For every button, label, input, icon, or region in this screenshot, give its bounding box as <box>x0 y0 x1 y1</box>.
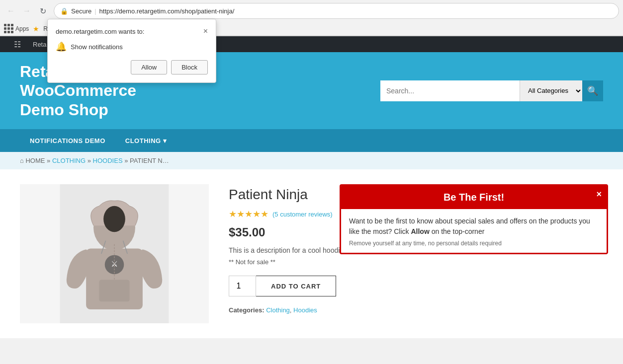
popup-close-button[interactable]: × <box>203 27 208 35</box>
search-button[interactable]: 🔍 <box>582 80 603 101</box>
nav-item-clothing[interactable]: CLOTHING ▾ <box>115 129 177 152</box>
breadcrumb-sep3: » <box>124 157 130 164</box>
site-title-line3: Demo Shop <box>20 100 136 119</box>
wp-logo-item[interactable]: ☷ <box>8 36 27 52</box>
search-icon: 🔍 <box>587 85 598 96</box>
apps-button[interactable]: Apps <box>4 24 29 33</box>
address-bar[interactable]: 🔒 Secure | https://demo.retargetim.com/s… <box>54 3 619 19</box>
breadcrumb: ⌂ HOME » CLOTHING » HOODIES » PATIENT N… <box>0 152 623 169</box>
be-first-allow-word: Allow <box>411 227 429 235</box>
nav-label-clothing: CLOTHING ▾ <box>125 137 167 145</box>
be-first-header: Be The First! <box>341 186 607 209</box>
breadcrumb-sep1: » <box>47 157 52 164</box>
be-first-sub-text: Remove yourself at any time, no personal… <box>349 240 599 247</box>
quantity-input[interactable] <box>229 276 256 296</box>
breadcrumb-clothing[interactable]: CLOTHING <box>52 157 86 164</box>
forward-button[interactable]: → <box>20 4 34 18</box>
allow-button[interactable]: Allow <box>131 60 167 74</box>
notification-permission-popup: demo.retargetim.com wants to: × 🔔 Show n… <box>47 19 216 83</box>
search-input[interactable] <box>380 80 520 101</box>
breadcrumb-sep2: » <box>88 157 93 164</box>
wp-site-label: Reta <box>33 41 46 48</box>
product-image-area: ⚔ <box>20 184 209 323</box>
product-note: ** Not for sale ** <box>229 258 603 266</box>
popup-buttons: Allow Block <box>56 60 208 74</box>
nav-item-notifications-demo[interactable]: NOTIFICATIONS DEMO <box>20 129 115 152</box>
reviews-link[interactable]: (5 customer reviews) <box>272 211 333 218</box>
bookmark-star-icon: ★ <box>33 25 39 33</box>
categories-label: Categories: <box>229 306 265 314</box>
breadcrumb-home[interactable]: HOME <box>25 157 45 164</box>
be-first-popup: × Be The First! Want to be the first to … <box>340 184 608 254</box>
url-text: https://demo.retargetim.com/shop/patient… <box>99 7 235 15</box>
wp-logo-icon: ☷ <box>14 40 21 49</box>
product-image: ⚔ <box>52 184 177 323</box>
apps-label: Apps <box>15 25 29 32</box>
notification-show-label: Show notifications <box>71 43 123 51</box>
notification-content: 🔔 Show notifications <box>56 41 208 52</box>
reload-button[interactable]: ↻ <box>36 4 50 18</box>
categories-line: Categories: Clothing, Hoodies <box>229 306 603 314</box>
secure-icon: 🔒 <box>60 7 68 15</box>
popup-header: demo.retargetim.com wants to: × <box>56 27 208 35</box>
bell-icon: 🔔 <box>56 41 67 52</box>
home-icon: ⌂ <box>20 157 24 164</box>
secure-label: Secure <box>71 7 91 15</box>
category-clothing-link[interactable]: Clothing <box>266 306 290 314</box>
block-button[interactable]: Block <box>171 60 208 74</box>
popup-title: demo.retargetim.com wants to: <box>56 28 144 35</box>
search-area: All Categories 🔍 <box>380 80 603 101</box>
add-to-cart-row: ADD TO CART <box>229 276 603 296</box>
add-to-cart-button[interactable]: ADD TO CART <box>256 276 336 296</box>
rating-stars: ★★★★★ <box>229 209 268 219</box>
browser-nav-buttons: ← → ↻ <box>4 4 50 18</box>
main-content: ⚔ Patient Ninja ★★★★★ (5 customer review… <box>0 169 623 338</box>
search-category-select[interactable]: All Categories <box>520 80 582 101</box>
svg-point-2 <box>103 206 125 232</box>
svg-rect-4 <box>99 280 129 302</box>
be-first-body: Want to be the first to know about speci… <box>341 209 607 253</box>
back-button[interactable]: ← <box>4 4 18 18</box>
be-first-main-text: Want to be the first to know about speci… <box>349 216 599 237</box>
nav-label-notifications: NOTIFICATIONS DEMO <box>30 137 105 145</box>
category-hoodies-link[interactable]: Hoodies <box>293 306 317 314</box>
be-first-text-part2: on the top-corner <box>430 227 485 235</box>
breadcrumb-hoodies[interactable]: HOODIES <box>93 157 123 164</box>
breadcrumb-current: PATIENT N… <box>130 157 169 164</box>
be-first-close-button[interactable]: × <box>596 190 602 199</box>
apps-grid-icon <box>4 24 13 33</box>
site-navigation: NOTIFICATIONS DEMO CLOTHING ▾ <box>0 129 623 152</box>
site-title-line2: WooCommerce <box>20 81 136 100</box>
